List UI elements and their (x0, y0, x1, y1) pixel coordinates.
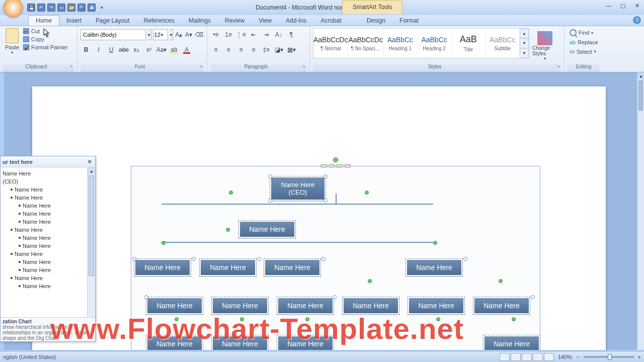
org-node[interactable]: Name Here (212, 335, 268, 350)
vertical-scrollbar[interactable]: ▴ (637, 72, 644, 350)
text-pane-item[interactable]: Name Here (3, 242, 93, 250)
selection-handle[interactable] (324, 199, 328, 203)
selection-handle[interactable] (531, 295, 535, 299)
view-full-screen-button[interactable] (511, 353, 521, 361)
tab-view[interactable]: View (252, 16, 279, 26)
selection-handle[interactable] (268, 199, 272, 203)
change-case-button[interactable]: Aa▾ (156, 44, 167, 55)
clear-formatting-button[interactable]: ⌫ (194, 29, 204, 40)
tab-page-layout[interactable]: Page Layout (89, 16, 136, 26)
rotation-handle[interactable] (365, 191, 369, 195)
view-web-layout-button[interactable] (522, 353, 532, 361)
maximize-button[interactable]: ▢ (618, 2, 628, 9)
rotation-handle[interactable] (436, 317, 440, 321)
subscript-button[interactable]: x₂ (131, 44, 142, 55)
minimize-button[interactable]: — (604, 2, 614, 9)
style-no-spacing[interactable]: AaBbCcDc¶ No Spaci… (348, 29, 383, 58)
font-name-dropdown[interactable]: ▾ (147, 29, 151, 40)
rotation-handle[interactable] (162, 241, 166, 245)
org-node[interactable]: Name Here (277, 297, 334, 314)
style-expand[interactable]: ▾ (520, 48, 529, 58)
font-size-dropdown[interactable]: ▾ (170, 29, 174, 40)
org-node[interactable]: Name Here (484, 335, 540, 350)
help-icon[interactable]: ? (633, 16, 641, 24)
org-node[interactable]: Name Here (134, 259, 191, 276)
clipboard-dialog-launcher[interactable]: ↘ (69, 64, 73, 68)
selection-handle[interactable] (463, 257, 467, 261)
italic-button[interactable]: I (93, 44, 104, 55)
rotation-handle[interactable] (512, 317, 516, 321)
open-icon[interactable]: 📂 (67, 4, 75, 12)
change-styles-button[interactable]: Change Styles ▾ (532, 28, 557, 64)
zoom-label[interactable]: 140% (558, 354, 572, 360)
org-node[interactable]: Name Here (406, 259, 462, 276)
scroll-thumb[interactable] (638, 80, 643, 111)
selection-handle[interactable] (144, 295, 148, 299)
style-scroll-up[interactable]: ▴ (520, 29, 529, 38)
text-pane-body[interactable]: Name Here (CEO) Name HereName HereName H… (1, 167, 95, 317)
text-pane-item[interactable]: Name Here (3, 169, 93, 177)
text-pane-scrollbar[interactable]: ▴ (87, 167, 95, 317)
org-node-assistant[interactable]: Name Here (239, 221, 295, 238)
justify-button[interactable]: ≡ (248, 44, 259, 55)
paragraph-dialog-launcher[interactable]: ↘ (302, 64, 305, 68)
format-painter-button[interactable]: 🖌Format Painter (23, 44, 68, 50)
page[interactable]: Name Here (CEO) Name Here Name Here Name… (32, 86, 606, 350)
preview-icon[interactable]: 🔍 (77, 4, 86, 12)
text-pane-item[interactable]: Name Here (3, 266, 93, 274)
tab-format[interactable]: Format (392, 16, 426, 26)
rotation-handle[interactable] (240, 317, 244, 321)
save-icon[interactable]: 💾 (27, 4, 35, 12)
style-gallery[interactable]: AaBbCcDc¶ Normal AaBbCcDc¶ No Spaci… AaB… (313, 28, 529, 58)
text-pane-close-button[interactable]: ✕ (86, 158, 93, 165)
view-print-layout-button[interactable] (500, 353, 510, 361)
line-spacing-button[interactable]: ‡≡ (261, 44, 272, 55)
selection-handle[interactable] (324, 174, 328, 178)
org-node[interactable]: Name Here (277, 335, 334, 350)
canvas-top-handle[interactable] (320, 164, 351, 167)
replace-button[interactable]: abReplace (568, 38, 600, 46)
text-pane-item[interactable]: Name Here (3, 282, 93, 290)
qat-customize-icon[interactable]: ▾ (98, 4, 106, 12)
style-heading2[interactable]: AaBbCcHeading 2 (418, 29, 452, 58)
selection-handle[interactable] (192, 257, 196, 261)
org-node-ceo[interactable]: Name Here (CEO) (270, 176, 326, 201)
underline-button[interactable]: U (106, 44, 117, 55)
selection-handle[interactable] (257, 257, 261, 261)
selection-handle[interactable] (132, 257, 136, 261)
tab-acrobat[interactable]: Acrobat (313, 16, 348, 26)
selection-handle[interactable] (268, 174, 272, 178)
org-node[interactable]: Name Here (473, 297, 530, 314)
canvas-rotation-handle[interactable] (333, 157, 338, 162)
font-dialog-launcher[interactable]: ↘ (199, 64, 203, 68)
sort-button[interactable]: A↓ (273, 29, 284, 40)
org-node[interactable]: Name Here (264, 259, 320, 276)
text-pane-item[interactable]: Name Here (3, 218, 93, 226)
style-heading1[interactable]: AaBbCcHeading 1 (383, 29, 418, 58)
rotation-handle[interactable] (229, 191, 233, 195)
text-pane-item[interactable]: (CEO) (3, 177, 93, 186)
align-center-button[interactable]: ≡ (223, 44, 234, 55)
rotation-handle[interactable] (305, 317, 309, 321)
scroll-thumb[interactable] (89, 175, 94, 276)
redo-icon[interactable]: ↷ (47, 4, 55, 12)
rotation-handle[interactable] (499, 279, 503, 283)
smartart-canvas[interactable]: Name Here (CEO) Name Here Name Here Name… (131, 166, 540, 350)
shading-button[interactable]: ◪▾ (273, 44, 284, 55)
org-node[interactable]: Name Here (343, 297, 399, 314)
font-name-select[interactable] (80, 29, 146, 40)
align-left-button[interactable]: ≡ (210, 44, 221, 55)
style-subtitle[interactable]: AaBbCcSubtitle (486, 29, 520, 58)
copy-button[interactable]: Copy (23, 36, 68, 42)
scroll-up-button[interactable]: ▴ (88, 167, 95, 174)
zoom-thumb[interactable] (608, 354, 612, 360)
selection-handle[interactable] (321, 257, 326, 261)
increase-indent-button[interactable]: ⇥ (261, 29, 272, 40)
org-node[interactable]: Name Here (408, 297, 464, 314)
font-size-select[interactable] (153, 29, 168, 40)
smartart-text-pane[interactable]: ur text here ✕ Name Here (CEO) Name Here… (0, 156, 96, 342)
text-pane-item[interactable]: Name Here (3, 202, 93, 210)
zoom-in-button[interactable]: + (638, 354, 641, 360)
styles-dialog-launcher[interactable]: ↘ (556, 64, 560, 68)
show-marks-button[interactable]: ¶ (286, 29, 297, 40)
